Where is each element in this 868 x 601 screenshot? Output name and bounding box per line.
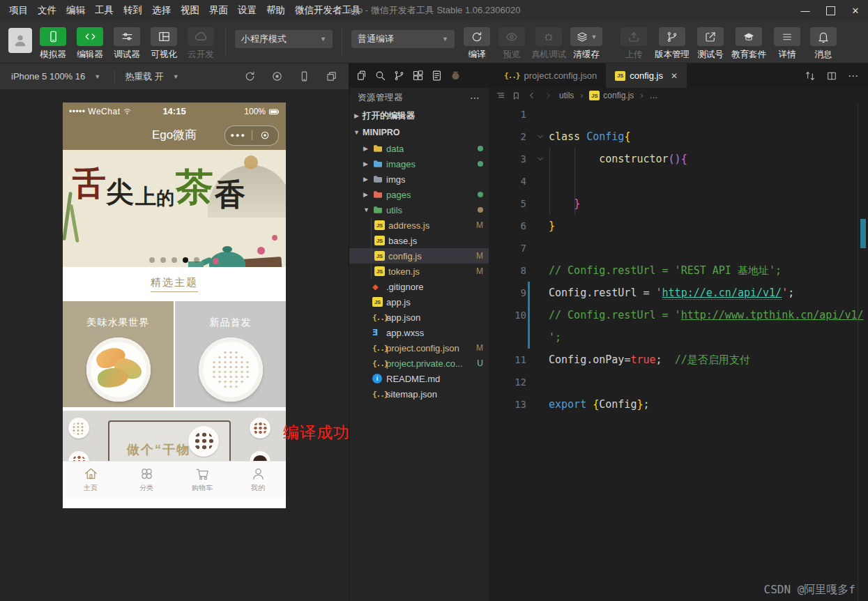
sim-refresh-button[interactable] — [244, 70, 256, 82]
messages-button[interactable]: 消息 — [808, 27, 839, 61]
fold-control[interactable] — [532, 148, 549, 170]
compile-button[interactable]: 编译 — [462, 27, 492, 61]
close-button[interactable]: ✕ — [843, 0, 868, 21]
tree-item-app.js[interactable]: JS app.js — [349, 294, 489, 310]
simulator-button[interactable]: 模拟器 — [38, 27, 68, 61]
swiper-dot[interactable] — [172, 257, 177, 263]
fold-control — [532, 237, 549, 259]
capsule-menu[interactable]: ●●● — [224, 125, 279, 146]
compare-changes-icon[interactable] — [805, 70, 816, 82]
menu-item-2[interactable]: 编辑 — [63, 0, 89, 21]
mode-select[interactable]: 小程序模式 ▼ — [235, 30, 333, 48]
breadcrumb-item[interactable]: utils — [559, 91, 574, 100]
menu-item-8[interactable]: 设置 — [234, 0, 260, 21]
phone-tab-me[interactable]: 我的 — [230, 462, 286, 498]
calligraphy-char: 茶 — [176, 168, 213, 206]
tree-item-.gitignore[interactable]: ◆ .gitignore — [349, 279, 489, 294]
maximize-button[interactable] — [818, 0, 843, 21]
swiper-dot[interactable] — [160, 257, 166, 263]
tree-item-address.js[interactable]: JS address.jsM — [349, 218, 489, 233]
files-button[interactable] — [356, 70, 367, 82]
extensions-button[interactable] — [412, 70, 424, 82]
tree-item-project.private.co...[interactable]: {..} project.private.co...U — [349, 356, 489, 371]
menu-item-4[interactable]: 转到 — [120, 0, 146, 21]
mock-button[interactable] — [450, 70, 462, 82]
menu-item-6[interactable]: 视图 — [177, 0, 203, 21]
split-editor-icon[interactable] — [826, 70, 837, 82]
tree-item-utils[interactable]: ▼ utils — [349, 202, 489, 218]
tree-item-app.wxss[interactable]: E app.wxss — [349, 325, 489, 340]
swiper-dot[interactable] — [194, 257, 199, 263]
theme-card-fruit[interactable]: 美味水果世界 — [63, 301, 174, 408]
bookmark-icon[interactable] — [512, 91, 521, 100]
outline-icon[interactable] — [496, 91, 505, 100]
search-button[interactable] — [374, 70, 386, 82]
tree-item-token.js[interactable]: JS token.jsM — [349, 264, 489, 279]
menu-item-0[interactable]: 项目 — [6, 0, 31, 21]
code-area[interactable]: 1 2 class Config{ 3 constructor(){ 4 5 }… — [489, 103, 868, 601]
minimize-button[interactable]: — — [793, 0, 818, 21]
clear-cache-button[interactable]: ▼ 清缓存 — [570, 27, 602, 61]
source-control-button[interactable] — [393, 70, 405, 82]
capsule-more-icon[interactable]: ●●● — [225, 132, 252, 139]
editor-scrollbar[interactable] — [858, 103, 868, 601]
tree-item-pages[interactable]: ▶ pages — [349, 187, 489, 202]
debugger-button[interactable]: 调试器 — [112, 27, 142, 61]
device-select[interactable]: iPhone 5 100% 16 ▼ — [11, 71, 110, 82]
visualization-button[interactable]: 可视化 — [149, 27, 179, 61]
upload-button[interactable]: 上传 — [618, 27, 649, 61]
phone-tab-home[interactable]: 主页 — [63, 462, 119, 498]
sim-windows-button[interactable] — [326, 70, 337, 82]
menu-item-3[interactable]: 工具 — [91, 0, 117, 21]
phone-footer — [63, 498, 286, 508]
tree-item-README.md[interactable]: i README.md — [349, 371, 489, 386]
breadcrumb-item[interactable]: … — [649, 91, 657, 100]
details-button[interactable]: 详情 — [772, 27, 802, 61]
editor-button[interactable]: 编辑器 — [75, 27, 105, 61]
sim-phone-device-button[interactable] — [298, 70, 310, 82]
file-name: address.js — [388, 220, 429, 231]
editor-tab-0[interactable]: {..}project.config.json — [495, 63, 606, 88]
edu-suite-button[interactable]: 教育套件 — [731, 27, 766, 61]
test-account-button[interactable]: 测试号 — [695, 27, 726, 61]
tree-item-app.json[interactable]: {..} app.json — [349, 310, 489, 325]
hot-reload-select[interactable]: 热重载 开 ▼ — [114, 70, 189, 83]
tree-item-project.config.json[interactable]: {..} project.config.jsonM — [349, 340, 489, 356]
promo-banner[interactable]: 做个“干物”女 — [63, 411, 286, 461]
swiper-dot[interactable] — [149, 257, 155, 263]
explorer-more-icon[interactable]: ⋯ — [470, 92, 480, 103]
project-root-section[interactable]: ▼ MINIPRO — [349, 124, 489, 141]
version-control-button[interactable]: 版本管理 — [655, 27, 690, 61]
menu-item-5[interactable]: 选择 — [149, 0, 174, 21]
editor-tab-1[interactable]: JSconfig.js ✕ — [606, 63, 687, 88]
compile-mode-select[interactable]: 普通编译 ▼ — [351, 30, 455, 48]
cloud-dev-button[interactable]: 云开发 — [185, 27, 216, 61]
tree-item-config.js[interactable]: JS config.jsM — [349, 248, 489, 264]
breadcrumb-item[interactable]: JSconfig.js — [589, 91, 634, 100]
tree-item-images[interactable]: ▶ images — [349, 156, 489, 172]
npm-scripts-button[interactable] — [431, 70, 443, 82]
tree-item-base.js[interactable]: JS base.js — [349, 233, 489, 248]
tree-item-data[interactable]: ▶ data — [349, 141, 489, 156]
tree-item-imgs[interactable]: ▶ imgs — [349, 172, 489, 187]
phone-tab-category[interactable]: 分类 — [119, 462, 174, 498]
user-avatar[interactable] — [8, 28, 32, 53]
nav-back-icon[interactable] — [527, 91, 537, 100]
remote-debug-button[interactable]: 真机调试 — [531, 27, 566, 61]
menu-item-9[interactable]: 帮助 — [263, 0, 289, 21]
open-editors-section[interactable]: ▶ 打开的编辑器 — [349, 107, 489, 124]
more-actions-icon[interactable]: ⋯ — [848, 70, 859, 82]
phone-tab-cart[interactable]: 购物车 — [174, 462, 230, 498]
nav-forward-icon[interactable] — [543, 91, 553, 100]
fold-control[interactable] — [532, 125, 549, 148]
capsule-close-icon[interactable] — [252, 130, 279, 141]
preview-button[interactable]: 预览 — [496, 27, 527, 61]
banner-swiper[interactable]: 舌尖上的茶香 — [63, 150, 286, 267]
menu-item-1[interactable]: 文件 — [34, 0, 60, 21]
close-tab-icon[interactable]: ✕ — [671, 71, 678, 81]
theme-card-new[interactable]: 新品首发 — [175, 301, 286, 408]
sim-record-stop-button[interactable] — [271, 70, 283, 82]
menu-item-7[interactable]: 界面 — [206, 0, 231, 21]
tree-item-sitemap.json[interactable]: {..} sitemap.json — [349, 386, 489, 402]
swiper-dot[interactable] — [183, 257, 188, 263]
